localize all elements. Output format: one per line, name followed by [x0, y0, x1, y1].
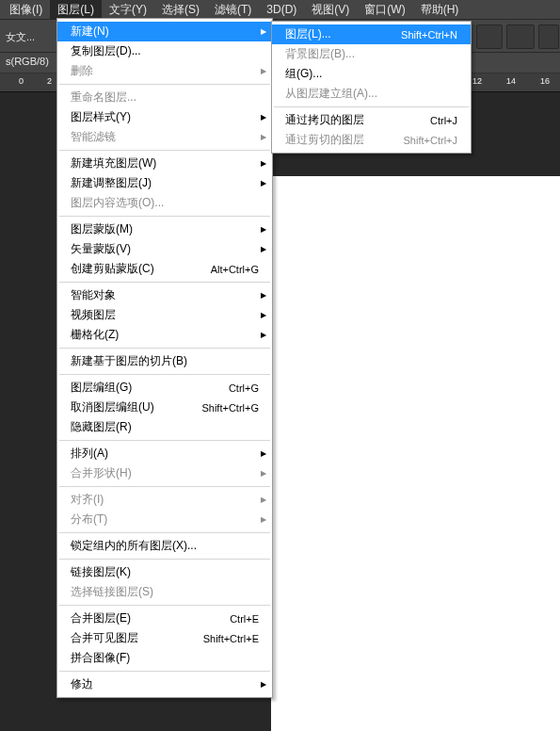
menu-separator — [59, 532, 270, 533]
menu-item-new-adjust-layer[interactable]: 新建调整图层(J) — [57, 173, 272, 193]
menu-item-shortcut: Alt+Ctrl+G — [211, 264, 259, 275]
menu-item-group-layers[interactable]: 图层编组(G) Ctrl+G — [57, 378, 272, 398]
menu-item-label: 链接图层(K) — [71, 564, 266, 580]
ruler-tick: 14 — [506, 76, 516, 86]
menu-item-new-fill-layer[interactable]: 新建填充图层(W) — [57, 154, 272, 173]
menu-item-label: 图层样式(Y) — [71, 109, 266, 125]
menu-item-arrange[interactable]: 排列(A) — [57, 444, 272, 463]
tool-option-button-1[interactable] — [476, 24, 503, 49]
menu-item-label: 取消图层编组(U) — [71, 399, 201, 415]
menu-item-label: 修边 — [71, 676, 266, 692]
layer-menu-dropdown: 新建(N) 复制图层(D)... 删除 重命名图层... 图层样式(Y) 智能滤… — [56, 18, 273, 698]
menu-item-video-layer[interactable]: 视频图层 — [57, 305, 272, 325]
menu-item-label: 新建填充图层(W) — [71, 155, 266, 171]
submenu-item-layer[interactable]: 图层(L)... Shift+Ctrl+N — [272, 24, 471, 44]
menu-separator — [59, 150, 270, 151]
submenu-item-via-cut[interactable]: 通过剪切的图层 Shift+Ctrl+J — [272, 130, 471, 150]
menu-item-new[interactable]: 新建(N) — [57, 22, 272, 41]
menu-item-label: 新建基于图层的切片(B) — [71, 353, 266, 369]
menu-separator — [59, 374, 270, 375]
menu-item-delete[interactable]: 删除 — [57, 61, 272, 81]
menu-item-flatten[interactable]: 拼合图像(F) — [57, 648, 272, 668]
menu-item-label: 智能对象 — [71, 287, 266, 303]
menu-separator — [59, 671, 270, 672]
menu-separator — [59, 348, 270, 349]
menu-item-label: 复制图层(D)... — [71, 43, 266, 59]
menu-item-matte[interactable]: 修边 — [57, 674, 272, 694]
menu-item-label: 图层内容选项(O)... — [71, 195, 266, 211]
menu-item-label: 合并图层(E) — [71, 610, 230, 626]
menu-item-label: 对齐(I) — [71, 492, 266, 508]
menu-item-layer-content-options[interactable]: 图层内容选项(O)... — [57, 193, 272, 213]
menu-item-ungroup-layers[interactable]: 取消图层编组(U) Shift+Ctrl+G — [57, 398, 272, 417]
menu-item-align[interactable]: 对齐(I) — [57, 490, 272, 510]
menu-item-shortcut: Shift+Ctrl+E — [203, 633, 259, 644]
menu-item-label: 通过拷贝的图层 — [285, 112, 430, 128]
menu-item-label: 锁定组内的所有图层(X)... — [71, 538, 266, 554]
menu-item-label: 图层(L)... — [285, 26, 401, 42]
menu-item-label: 组(G)... — [285, 66, 465, 82]
menu-item-label: 删除 — [71, 63, 266, 79]
menu-item-layer-style[interactable]: 图层样式(Y) — [57, 107, 272, 127]
menu-item-distribute[interactable]: 分布(T) — [57, 510, 272, 529]
menu-view[interactable]: 视图(V) — [304, 0, 357, 21]
menu-item-label: 背景图层(B)... — [285, 46, 465, 62]
menu-separator — [59, 605, 270, 606]
menu-item-rename-layer[interactable]: 重命名图层... — [57, 88, 272, 107]
menu-item-label: 图层蒙版(M) — [71, 221, 266, 237]
menu-item-shortcut: Shift+Ctrl+J — [404, 135, 457, 146]
menu-item-copy-layer[interactable]: 复制图层(D)... — [57, 41, 272, 61]
menu-item-label: 排列(A) — [71, 446, 266, 462]
submenu-item-group-from-layers[interactable]: 从图层建立组(A)... — [272, 84, 471, 104]
menu-item-new-slice[interactable]: 新建基于图层的切片(B) — [57, 351, 272, 371]
ruler-tick: 12 — [472, 76, 482, 86]
menu-item-shortcut: Shift+Ctrl+N — [401, 29, 457, 41]
menu-separator — [59, 84, 270, 85]
menu-3d[interactable]: 3D(D) — [259, 0, 304, 19]
submenu-item-via-copy[interactable]: 通过拷贝的图层 Ctrl+J — [272, 110, 471, 130]
menu-item-rasterize[interactable]: 栅格化(Z) — [57, 325, 272, 345]
menu-separator — [59, 440, 270, 441]
menu-separator — [59, 559, 270, 560]
ruler-tick: 0 — [19, 76, 24, 86]
menu-item-combine-shapes[interactable]: 合并形状(H) — [57, 463, 272, 483]
menu-item-label: 通过剪切的图层 — [285, 132, 404, 148]
menu-item-label: 新建(N) — [71, 24, 266, 40]
menu-item-select-linked[interactable]: 选择链接图层(S) — [57, 582, 272, 602]
menu-item-shortcut: Ctrl+G — [229, 382, 259, 394]
ruler-tick: 16 — [540, 76, 550, 86]
menu-item-shortcut: Shift+Ctrl+G — [201, 402, 259, 414]
menu-item-hide-layers[interactable]: 隐藏图层(R) — [57, 417, 272, 437]
document-color-mode: s(RGB/8) — [0, 56, 55, 67]
menu-item-layer-mask[interactable]: 图层蒙版(M) — [57, 219, 272, 239]
menu-image[interactable]: 图像(I) — [2, 0, 50, 21]
menu-item-label: 分布(T) — [71, 512, 266, 528]
submenu-item-group[interactable]: 组(G)... — [272, 64, 471, 84]
tool-option-button-2[interactable] — [506, 24, 535, 49]
menu-item-merge-layers[interactable]: 合并图层(E) Ctrl+E — [57, 609, 272, 628]
ruler-tick: 2 — [47, 76, 52, 86]
menu-item-smart-filter[interactable]: 智能滤镜 — [57, 127, 272, 147]
tool-option-button-3[interactable] — [538, 24, 559, 49]
menu-bar: 图像(I) 图层(L) 文字(Y) 选择(S) 滤镜(T) 3D(D) 视图(V… — [0, 0, 560, 19]
tab-document-name[interactable]: 女文... — [0, 26, 40, 47]
menu-item-label: 重命名图层... — [71, 89, 266, 106]
menu-item-label: 从图层建立组(A)... — [285, 86, 465, 102]
menu-item-label: 图层编组(G) — [71, 380, 229, 396]
menu-item-lock-all[interactable]: 锁定组内的所有图层(X)... — [57, 536, 272, 556]
menu-item-create-clip-mask[interactable]: 创建剪贴蒙版(C) Alt+Ctrl+G — [57, 259, 272, 279]
menu-help[interactable]: 帮助(H) — [413, 0, 467, 21]
submenu-item-bg-layer[interactable]: 背景图层(B)... — [272, 44, 471, 64]
menu-separator — [59, 216, 270, 217]
menu-separator — [59, 486, 270, 487]
menu-separator — [274, 106, 469, 107]
menu-item-vector-mask[interactable]: 矢量蒙版(V) — [57, 239, 272, 259]
menu-window[interactable]: 窗口(W) — [357, 0, 412, 21]
menu-item-smart-object[interactable]: 智能对象 — [57, 285, 272, 305]
menu-item-label: 合并可见图层 — [71, 630, 203, 646]
menu-item-merge-visible[interactable]: 合并可见图层 Shift+Ctrl+E — [57, 628, 272, 648]
menu-separator — [59, 282, 270, 283]
menu-item-link-layers[interactable]: 链接图层(K) — [57, 562, 272, 582]
new-submenu-dropdown: 图层(L)... Shift+Ctrl+N 背景图层(B)... 组(G)...… — [271, 21, 472, 154]
menu-item-label: 选择链接图层(S) — [71, 584, 266, 600]
